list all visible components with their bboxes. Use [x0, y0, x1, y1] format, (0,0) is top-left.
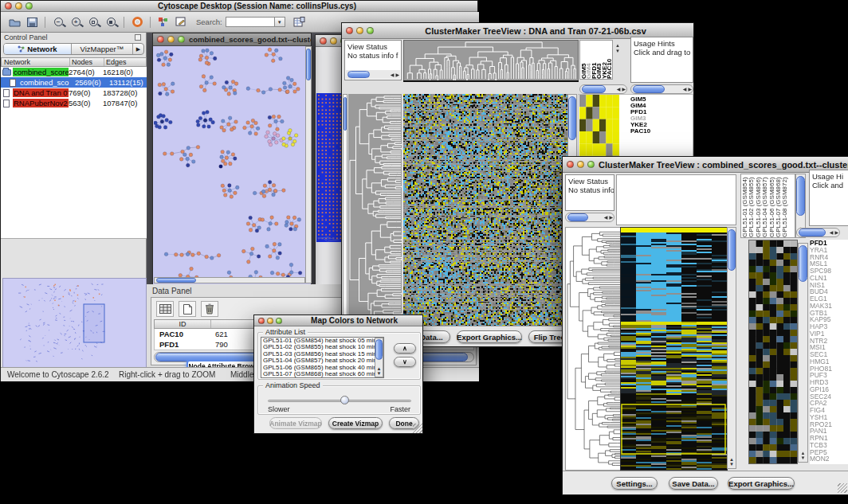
attribute-listbox[interactable]: GPL51-01 (GSM854) heat shock 05 minGPL51…: [261, 337, 384, 378]
tv1-yellowmap-scrollbar[interactable]: ◀ ▶: [579, 84, 627, 94]
tab-network[interactable]: Network: [4, 44, 72, 54]
scroll-right-icon[interactable]: ▶: [608, 215, 614, 220]
slider-thumb[interactable]: [340, 396, 349, 404]
tv1-left-scrollbar[interactable]: [343, 94, 347, 326]
tv2-row-dendrogram[interactable]: [565, 227, 622, 471]
network-tree-row[interactable]: DNA and Tran 07769(0)183728(0): [1, 88, 147, 98]
tv1-row-label[interactable]: PAC10: [630, 128, 670, 135]
save-icon[interactable]: [24, 15, 40, 29]
speed-slider[interactable]: [268, 396, 411, 405]
tv2-column-label[interactable]: GPL51-08 (GSM872): [782, 174, 788, 237]
scroll-down-icon[interactable]: ▼: [376, 371, 383, 376]
tv2-zoom-heatmap[interactable]: [748, 240, 798, 464]
delete-attribute-icon[interactable]: [201, 301, 218, 317]
close-icon[interactable]: [346, 27, 353, 34]
help-lifering-icon[interactable]: [129, 15, 145, 29]
tv2-heat-vscrollbar[interactable]: ▲ ▼: [727, 227, 736, 469]
export-graphics-button[interactable]: Export Graphics...: [457, 330, 522, 343]
minimize-icon[interactable]: [15, 2, 22, 10]
col-edges[interactable]: Edges: [104, 58, 146, 66]
zoom-window-icon[interactable]: [367, 27, 374, 34]
dialog-title-bar[interactable]: Map Colors to Network: [254, 315, 422, 326]
move-down-button[interactable]: ∨: [394, 357, 416, 367]
new-attribute-icon[interactable]: [179, 301, 196, 317]
tv1-column-dendrogram[interactable]: [403, 40, 579, 81]
close-icon[interactable]: [258, 318, 265, 324]
scroll-down-icon[interactable]: ▼: [728, 462, 735, 467]
zoom-window-icon[interactable]: [276, 318, 282, 324]
tv1-row-dendrogram[interactable]: [348, 94, 402, 326]
scroll-right-icon[interactable]: ▶: [395, 72, 400, 77]
resize-grip[interactable]: [413, 424, 422, 433]
resize-grip[interactable]: [838, 483, 847, 493]
scroll-down-icon[interactable]: ▼: [800, 455, 807, 460]
tab-vizmapper[interactable]: VizMapper™: [72, 44, 132, 54]
search-input[interactable]: [226, 17, 275, 27]
zoom-selected-icon[interactable]: [85, 15, 101, 29]
network-tree-row[interactable]: combined_scores_2764(0)16218(0): [1, 67, 147, 77]
close-icon[interactable]: [5, 2, 12, 10]
birds-eye-view[interactable]: [2, 278, 147, 372]
scroll-left-icon[interactable]: ◀: [390, 72, 395, 77]
float-panel-icon[interactable]: [135, 34, 141, 41]
tv2-column-label[interactable]: GPL51-04 (GSM857): [762, 174, 768, 237]
zoom-in-icon[interactable]: +: [68, 15, 84, 29]
scroll-left-icon[interactable]: ◀: [603, 215, 609, 220]
tv1-heatmap[interactable]: [403, 94, 567, 326]
close-icon[interactable]: [567, 161, 574, 168]
minimize-icon[interactable]: [330, 37, 337, 45]
network-tree-row[interactable]: RNAPuberNov2+563(0)107847(0): [1, 98, 147, 108]
minimize-icon[interactable]: [267, 318, 273, 324]
tab-overflow-icon[interactable]: ▶: [132, 44, 143, 54]
treeview2-title-bar[interactable]: ClusterMaker TreeView : combined_scores_…: [563, 157, 848, 173]
network-canvas[interactable]: [154, 46, 305, 283]
close-icon[interactable]: [157, 36, 164, 43]
tv1-status-scrollbar[interactable]: ◀ ▶: [346, 70, 400, 79]
annotation-icon[interactable]: [173, 15, 189, 29]
network-tree-row[interactable]: combined_sco2569(6)13112(15): [1, 77, 147, 88]
tv1-column-label[interactable]: PAC10: [607, 41, 612, 79]
attribute-item[interactable]: GPL51-07 (GSM868) heat shock 60 min: [261, 371, 383, 377]
search-dropdown-icon[interactable]: ▼: [275, 17, 285, 27]
scroll-up-icon[interactable]: ▲: [614, 43, 621, 48]
gene-label[interactable]: MON2: [810, 455, 848, 463]
tv2-status-scrollbar[interactable]: ◀ ▶: [565, 213, 614, 222]
scroll-left-icon[interactable]: ◀: [616, 87, 622, 92]
export-graphics-button[interactable]: Export Graphics...: [728, 477, 795, 490]
tv2-gene-vscrollbar[interactable]: ▲ ▼: [798, 243, 808, 463]
dense-network-thumbnail[interactable]: [316, 93, 343, 242]
scroll-down-icon[interactable]: ▼: [614, 49, 621, 53]
settings-button[interactable]: Settings...: [611, 477, 658, 490]
scroll-left-icon[interactable]: ◀: [829, 230, 834, 235]
create-vizmap-button[interactable]: Create Vizmap: [328, 417, 383, 429]
scroll-right-icon[interactable]: ▶: [621, 87, 626, 92]
zoom-window-icon[interactable]: [26, 2, 33, 10]
zoom-window-icon[interactable]: [587, 161, 595, 168]
scroll-right-icon[interactable]: ▶: [834, 230, 839, 235]
col-nodes[interactable]: Nodes: [69, 58, 104, 66]
scroll-left-icon[interactable]: ◀: [682, 87, 688, 92]
zoom-out-icon[interactable]: −: [50, 15, 66, 29]
minimize-icon[interactable]: [167, 36, 175, 43]
network-window-title-bar[interactable]: combined_scores_good.txt--cluste...: [153, 33, 311, 46]
tv2-hints-scrollbar[interactable]: ◀ ▶: [796, 228, 840, 237]
tv2-heatmap[interactable]: [620, 227, 728, 471]
attribute-list-scrollbar[interactable]: ▲ ▼: [375, 338, 383, 377]
minimize-icon[interactable]: [356, 27, 363, 34]
minimize-icon[interactable]: [577, 161, 584, 168]
attribute-browser-icon[interactable]: [292, 15, 308, 29]
data-col-id[interactable]: ID: [155, 320, 210, 328]
vizmapper-icon[interactable]: [155, 15, 171, 29]
network-vscrollbar[interactable]: [305, 46, 312, 283]
open-file-icon[interactable]: [6, 15, 22, 29]
tv1-label-scroll-icons[interactable]: ▲ ▼: [614, 43, 621, 53]
move-up-button[interactable]: ∧: [394, 343, 416, 354]
col-network[interactable]: Network: [2, 58, 69, 66]
zoom-window-icon[interactable]: [178, 36, 185, 43]
table-mode-icon[interactable]: [156, 301, 174, 317]
animate-vizmap-button[interactable]: Animate Vizmap: [269, 417, 322, 429]
close-icon[interactable]: [320, 37, 327, 45]
zoom-fit-icon[interactable]: [103, 15, 119, 29]
main-title-bar[interactable]: Cytoscape Desktop (Session Name: collins…: [1, 1, 477, 12]
scroll-right-icon[interactable]: ▶: [687, 87, 693, 92]
